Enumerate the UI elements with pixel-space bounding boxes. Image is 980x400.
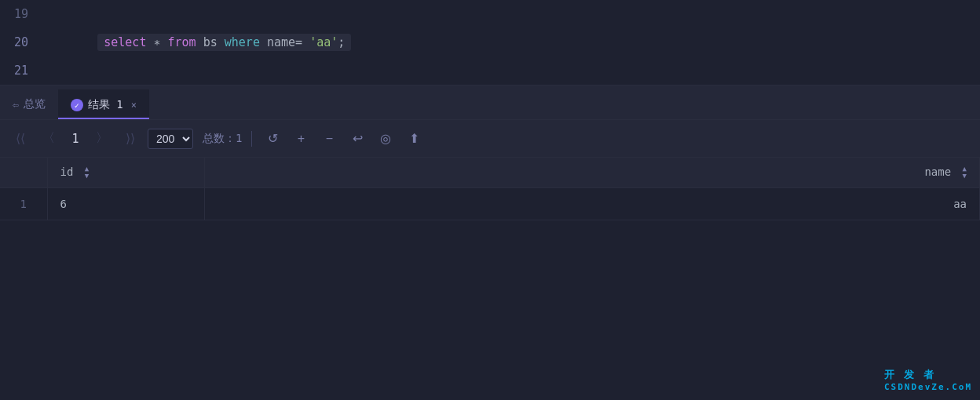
- tab-overview[interactable]: ⇦ 总览: [0, 89, 58, 119]
- page-size-select[interactable]: 200: [148, 129, 193, 149]
- id-cell[interactable]: 6: [47, 188, 204, 220]
- first-page-button[interactable]: ⟨⟨: [9, 128, 31, 149]
- line-number-19: 19: [0, 7, 41, 21]
- code-editor: 19 20 select ∗ from bs where name= 'aa';…: [0, 0, 980, 85]
- table-body: 1 6 aa: [0, 188, 980, 220]
- total-count-label: 总数：1: [203, 132, 242, 146]
- id-sort-icons[interactable]: ▲▼: [85, 165, 89, 180]
- toolbar-divider: [251, 131, 252, 147]
- table-header: id ▲▼ name ▲▼: [0, 158, 980, 188]
- eye-button[interactable]: ◎: [375, 128, 397, 149]
- watermark-line1: 开 发 者: [884, 368, 972, 382]
- line-number-20: 20: [0, 35, 41, 49]
- tab-overview-label: 总览: [24, 97, 46, 111]
- current-page: 1: [66, 132, 85, 146]
- result-check-icon: ✓: [71, 99, 83, 111]
- watermark-line2: CSDNDevZe.CoM: [884, 382, 972, 392]
- last-page-button[interactable]: ⟩⟩: [119, 128, 141, 149]
- line-number-21: 21: [0, 64, 41, 78]
- next-page-button[interactable]: 〉: [91, 127, 113, 150]
- tabs-bar: ⇦ 总览 ✓ 结果 1 ×: [0, 85, 980, 120]
- table-row: 1 6 aa: [0, 188, 980, 220]
- undo-button[interactable]: ↩: [346, 128, 368, 149]
- row-num-cell: 1: [0, 188, 47, 220]
- highlighted-sql: select ∗ from bs where name= 'aa';: [97, 34, 351, 51]
- tab-result-label: 结果 1: [88, 98, 123, 112]
- col-header-id[interactable]: id ▲▼: [47, 158, 204, 188]
- remove-row-button[interactable]: −: [318, 129, 340, 149]
- name-cell[interactable]: aa: [204, 188, 980, 220]
- name-sort-icons[interactable]: ▲▼: [963, 165, 967, 180]
- refresh-button[interactable]: ↺: [261, 128, 283, 149]
- code-line-20: 20 select ∗ from bs where name= 'aa';: [0, 28, 980, 56]
- watermark: 开 发 者 CSDNDevZe.CoM: [884, 368, 972, 392]
- prev-page-button[interactable]: 〈: [38, 127, 60, 150]
- tab-result-1[interactable]: ✓ 结果 1 ×: [58, 89, 149, 119]
- results-toolbar: ⟨⟨ 〈 1 〉 ⟩⟩ 200 总数：1 ↺ + − ↩ ◎ ⬆: [0, 120, 980, 158]
- results-table-container: id ▲▼ name ▲▼ 1 6 aa: [0, 158, 980, 400]
- overview-icon: ⇦: [13, 99, 19, 111]
- add-row-button[interactable]: +: [290, 129, 312, 149]
- upload-button[interactable]: ⬆: [403, 128, 425, 149]
- tab-close-button[interactable]: ×: [131, 100, 137, 111]
- results-table: id ▲▼ name ▲▼ 1 6 aa: [0, 158, 980, 220]
- row-num-header: [0, 158, 47, 188]
- code-content-20[interactable]: select ∗ from bs where name= 'aa';: [41, 21, 980, 64]
- col-header-name[interactable]: name ▲▼: [204, 158, 980, 188]
